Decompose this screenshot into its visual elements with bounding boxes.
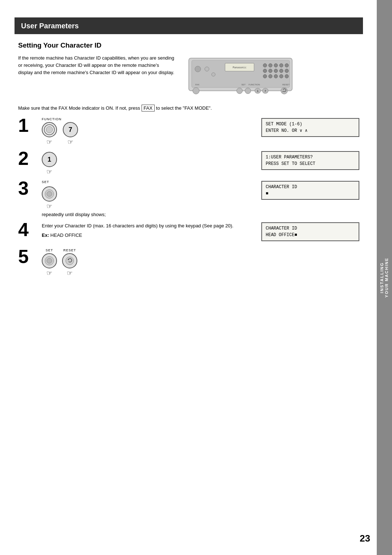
svg-point-21 <box>285 74 289 78</box>
step-3-lcd: CHARACTER ID ■ <box>261 181 359 200</box>
svg-point-8 <box>269 64 272 67</box>
svg-point-11 <box>285 64 289 67</box>
step-4-lcd-line1: CHARACTER ID <box>266 225 355 232</box>
step-2-lcd-line2: PRESS SET TO SELECT <box>266 161 355 167</box>
step-2-left: 1 ☞ <box>38 150 254 176</box>
step-3-left: SET ☞ repeatedly until display show <box>38 180 254 217</box>
step-4-ex: Ex: HEAD OFFICE <box>42 232 82 238</box>
key-7-circle: 7 <box>63 122 78 137</box>
step-4-lcd-line2: HEAD OFFICE■ <box>266 232 355 238</box>
svg-point-40 <box>47 258 52 263</box>
key-1-circle: 1 <box>42 152 57 167</box>
side-tab-text: INSTALLINGYOUR MACHINE <box>380 258 389 297</box>
svg-point-27 <box>245 88 251 94</box>
step-3-right: CHARACTER ID ■ <box>261 180 359 203</box>
svg-point-14 <box>274 69 278 73</box>
intro-area: If the remote machine has Character ID c… <box>18 54 359 99</box>
key-1-wrap: 1 ☞ <box>42 152 57 176</box>
set-key-icon <box>44 189 54 199</box>
step-1-right: SET MODE (1-6) ENTER NO. OR ∨ ∧ <box>261 117 359 140</box>
step-3-keys: ☞ <box>42 186 60 210</box>
svg-point-25 <box>193 88 199 94</box>
step-4-row: 4 Enter your Character ID (max. 16 chara… <box>18 222 359 244</box>
intro-text: If the remote machine has Character ID c… <box>18 54 174 76</box>
step-5-number: 5 <box>18 247 38 266</box>
step-2-right: 1:USER PARAMETERS? PRESS SET TO SELECT <box>261 150 359 173</box>
step-5-reset-wrap: RESET ☞ <box>62 248 77 277</box>
svg-point-9 <box>274 64 278 67</box>
reset-key-icon <box>65 256 74 266</box>
steps-area: 1 FUNCTION ☞ <box>18 117 359 281</box>
key-7-wrap: 7 ☞ <box>63 122 78 146</box>
function-key-wrap: ☞ <box>42 122 57 146</box>
step-1-function-label: FUNCTION <box>42 117 62 121</box>
svg-text:Panasonic: Panasonic <box>233 66 246 69</box>
svg-text:FAX: FAX <box>195 84 199 86</box>
svg-point-4 <box>195 66 201 72</box>
svg-point-12 <box>263 69 267 73</box>
step-2-lcd-line1: 1:USER PARAMETERS? <box>266 154 355 161</box>
svg-text:FUNCTION: FUNCTION <box>249 84 260 86</box>
svg-point-15 <box>279 69 283 73</box>
svg-text:1: 1 <box>257 89 259 93</box>
svg-text:SET: SET <box>241 84 246 86</box>
svg-point-5 <box>205 67 209 71</box>
main-content: Setting Your Character ID If the remote … <box>15 34 363 285</box>
step-5-set-key <box>42 253 57 268</box>
step-5-reset-key <box>62 253 77 268</box>
svg-point-19 <box>274 74 278 78</box>
svg-point-10 <box>279 64 283 67</box>
fax-machine-image: Panasonic <box>185 54 298 99</box>
step-1-row: 1 FUNCTION ☞ <box>18 117 359 146</box>
step-5-set-wrap: SET ☞ <box>42 248 57 277</box>
make-sure-line: Make sure that the FAX Mode indicator is… <box>18 105 359 111</box>
step-3-number: 3 <box>18 179 38 198</box>
page-title: User Parameters <box>21 22 79 30</box>
set-key-circle <box>42 186 57 202</box>
svg-text:RESET: RESET <box>282 84 290 86</box>
function-key-icon <box>44 124 55 135</box>
step-3-row: 3 SET ☞ repeatedly u <box>18 180 359 217</box>
step-2-row: 2 1 ☞ 1:USER PARAMETERS? PRESS SET TO SE… <box>18 150 359 176</box>
step-5-set-label: SET <box>46 248 53 252</box>
step-4-ex-text: HEAD OFFICE <box>50 232 82 238</box>
step-4-left: Enter your Character ID (max. 16 charact… <box>38 222 254 238</box>
svg-point-6 <box>212 73 215 76</box>
step-4-lcd: CHARACTER ID HEAD OFFICE■ <box>261 222 359 241</box>
fax-machine-svg: Panasonic <box>185 54 298 97</box>
svg-point-13 <box>269 69 272 73</box>
step-1-lcd-line1: SET MODE (1-6) <box>266 121 355 127</box>
set-key-wrap: ☞ <box>42 186 57 210</box>
step-5-row: 5 SET ☞ <box>18 248 359 277</box>
step-2-keys: 1 ☞ <box>42 152 60 176</box>
step-3-set-label: SET <box>42 180 49 184</box>
svg-point-26 <box>237 88 242 94</box>
step-5-left: SET ☞ RESET <box>38 248 254 277</box>
svg-point-17 <box>263 74 267 78</box>
hand-icon-1: ☞ <box>46 138 52 146</box>
step-4-ex-label: Ex: <box>42 232 49 238</box>
step-1-left: FUNCTION ☞ <box>38 117 254 146</box>
svg-point-38 <box>47 191 52 197</box>
step-3-lcd-line1: CHARACTER ID <box>266 184 355 190</box>
step-4-right: CHARACTER ID HEAD OFFICE■ <box>261 222 359 244</box>
page-number: 23 <box>360 533 370 544</box>
step-5-keys-row: SET ☞ RESET <box>42 248 77 277</box>
svg-point-18 <box>269 74 272 78</box>
hand-icon-5: ☞ <box>46 269 52 277</box>
svg-point-41 <box>66 257 74 265</box>
fax-box: FAX <box>142 105 155 112</box>
step-1-number: 1 <box>18 116 38 135</box>
svg-point-16 <box>285 69 289 73</box>
svg-point-20 <box>279 74 283 78</box>
svg-point-7 <box>263 64 267 67</box>
step-4-desc: Enter your Character ID (max. 16 charact… <box>42 222 233 230</box>
step-4-number: 4 <box>18 220 38 239</box>
section-title: Setting Your Character ID <box>18 41 359 49</box>
hand-icon-2: ☞ <box>68 138 73 146</box>
side-tab: INSTALLINGYOUR MACHINE <box>377 0 392 555</box>
step-2-number: 2 <box>18 149 38 168</box>
step-3-lcd-line2: ■ <box>266 190 355 197</box>
step-3-repeat-text: repeatedly until display shows; <box>42 212 106 217</box>
hand-icon-4: ☞ <box>46 202 52 210</box>
